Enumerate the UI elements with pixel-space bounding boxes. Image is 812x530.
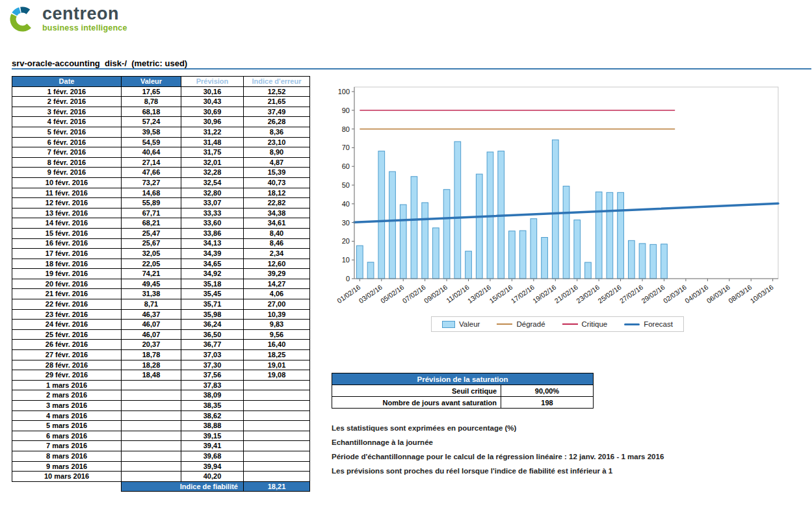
prevision-cell: 32,28 <box>181 168 244 178</box>
prevision-cell: 34,39 <box>181 249 244 259</box>
table-row: 13 févr. 201667,7133,3334,38 <box>12 208 310 218</box>
error-index-cell: 26,28 <box>244 117 310 127</box>
error-index-cell: 40,73 <box>244 177 310 188</box>
svg-text:03/02/16: 03/02/16 <box>358 283 384 305</box>
note-line-2: Echantillonnage à la journée <box>332 438 800 446</box>
svg-text:50: 50 <box>342 181 350 189</box>
prevision-cell: 37,83 <box>181 380 244 390</box>
forecast-table-body: 1 févr. 201617,6530,1612,522 févr. 20168… <box>12 86 310 481</box>
date-cell: 17 févr. 2016 <box>12 249 122 259</box>
critical-threshold-label: Seuil critique <box>332 385 501 397</box>
error-index-cell <box>244 431 310 441</box>
date-cell: 4 févr. 2016 <box>12 117 122 127</box>
saturation-title: Prévision de la saturation <box>332 373 594 385</box>
table-row: 23 févr. 201646,3735,9810,39 <box>12 309 310 320</box>
date-cell: 15 févr. 2016 <box>12 228 122 238</box>
table-row: 25 févr. 201646,0736,509,56 <box>12 329 310 340</box>
error-index-cell: 21,65 <box>244 97 310 107</box>
svg-text:02/03/16: 02/03/16 <box>662 283 688 305</box>
svg-text:10: 10 <box>342 256 350 264</box>
error-index-cell: 19,08 <box>244 370 310 381</box>
prevision-cell: 38,62 <box>181 410 244 421</box>
table-row: 21 févr. 201631,3835,454,06 <box>12 289 310 299</box>
valeur-cell: 46,07 <box>122 329 181 340</box>
error-index-cell: 8,46 <box>244 238 310 249</box>
svg-text:25/02/16: 25/02/16 <box>596 283 622 305</box>
title-divider <box>12 68 811 69</box>
table-row: 14 févr. 201668,2133,6034,61 <box>12 218 310 229</box>
forecast-swatch-icon <box>624 323 640 325</box>
prevision-cell: 39,68 <box>181 451 244 461</box>
prevision-cell: 32,80 <box>181 188 244 198</box>
table-row: 19 févr. 201674,2134,9239,29 <box>12 269 310 279</box>
error-index-cell <box>244 472 310 482</box>
date-cell: 12 févr. 2016 <box>12 198 122 208</box>
brand-name: centreon <box>42 5 127 23</box>
valeur-cell: 73,27 <box>122 177 181 188</box>
prevision-cell: 30,16 <box>181 86 244 97</box>
svg-text:90: 90 <box>342 107 350 114</box>
centreon-logo: centreon business intelligence <box>8 5 127 34</box>
critique-swatch-icon <box>562 323 578 325</box>
error-index-cell: 10,39 <box>244 309 310 320</box>
prevision-cell: 30,69 <box>181 107 244 117</box>
report-notes: Les statistiques sont exprimées en pourc… <box>332 424 800 481</box>
date-cell: 6 mars 2016 <box>12 431 122 441</box>
table-row: 24 févr. 201646,0736,249,83 <box>12 320 310 330</box>
prevision-cell: 38,09 <box>181 390 244 401</box>
svg-text:29/02/16: 29/02/16 <box>640 283 666 305</box>
prevision-cell: 35,45 <box>181 289 244 299</box>
table-row: 8 mars 201639,68 <box>12 451 310 461</box>
date-cell: 1 févr. 2016 <box>12 86 122 97</box>
svg-text:01/02/16: 01/02/16 <box>335 283 361 305</box>
error-index-cell: 34,61 <box>244 218 310 229</box>
date-cell: 9 févr. 2016 <box>12 168 122 178</box>
table-row: 6 mars 201639,15 <box>12 431 310 441</box>
saturation-row-days: Nombre de jours avant saturation 198 <box>332 397 594 409</box>
date-cell: 5 févr. 2016 <box>12 127 122 137</box>
date-cell: 28 févr. 2016 <box>12 360 122 370</box>
table-row: 1 mars 201637,83 <box>12 380 310 390</box>
prevision-cell: 34,92 <box>181 269 244 279</box>
error-index-cell: 14,27 <box>244 279 310 289</box>
prevision-cell: 39,15 <box>181 431 244 441</box>
chart-area: 010203040506070809010001/02/1603/02/1605… <box>328 81 787 332</box>
prevision-cell: 36,50 <box>181 329 244 340</box>
table-row: 16 févr. 201625,6734,138,46 <box>12 238 310 249</box>
error-index-cell: 34,38 <box>244 208 310 218</box>
valeur-cell: 18,78 <box>122 350 181 360</box>
days-before-saturation-value: 198 <box>501 397 594 409</box>
svg-text:70: 70 <box>342 144 350 151</box>
forecast-table: Date Valeur Prévision Indice d'erreur 1 … <box>12 76 310 492</box>
valeur-cell: 25,67 <box>122 238 181 249</box>
valeur-cell: 68,18 <box>122 107 181 117</box>
error-index-cell: 9,56 <box>244 329 310 340</box>
valeur-cell <box>122 410 181 421</box>
prevision-cell: 33,33 <box>181 208 244 218</box>
prevision-cell: 40,20 <box>181 472 244 482</box>
prevision-cell: 37,56 <box>181 370 244 381</box>
valeur-cell <box>122 390 181 401</box>
table-row: 10 févr. 201673,2732,5440,73 <box>12 177 310 188</box>
svg-text:0: 0 <box>346 275 350 283</box>
valeur-cell <box>122 441 181 451</box>
valeur-cell: 68,21 <box>122 218 181 229</box>
svg-text:08/03/16: 08/03/16 <box>727 283 753 305</box>
degrade-swatch-icon <box>497 323 512 325</box>
table-row: 3 mars 201638,35 <box>12 401 310 411</box>
prevision-cell: 32,54 <box>181 177 244 188</box>
valeur-cell <box>122 451 181 461</box>
valeur-cell: 67,71 <box>122 208 181 218</box>
date-cell: 5 mars 2016 <box>12 421 122 431</box>
svg-text:17/02/16: 17/02/16 <box>510 283 536 305</box>
valeur-cell: 22,05 <box>122 259 181 269</box>
table-row: 17 févr. 201632,0534,392,34 <box>12 249 310 259</box>
table-row: 20 févr. 201649,4535,1814,27 <box>12 279 310 289</box>
svg-text:05/02/16: 05/02/16 <box>379 283 405 305</box>
error-index-cell: 39,29 <box>244 269 310 279</box>
col-header-valeur: Valeur <box>122 77 181 87</box>
valeur-cell: 54,59 <box>122 137 181 147</box>
chart-legend: Valeur Dégradé Critique Forecast <box>431 316 684 332</box>
date-cell: 18 févr. 2016 <box>12 259 122 269</box>
valeur-cell <box>122 472 181 482</box>
